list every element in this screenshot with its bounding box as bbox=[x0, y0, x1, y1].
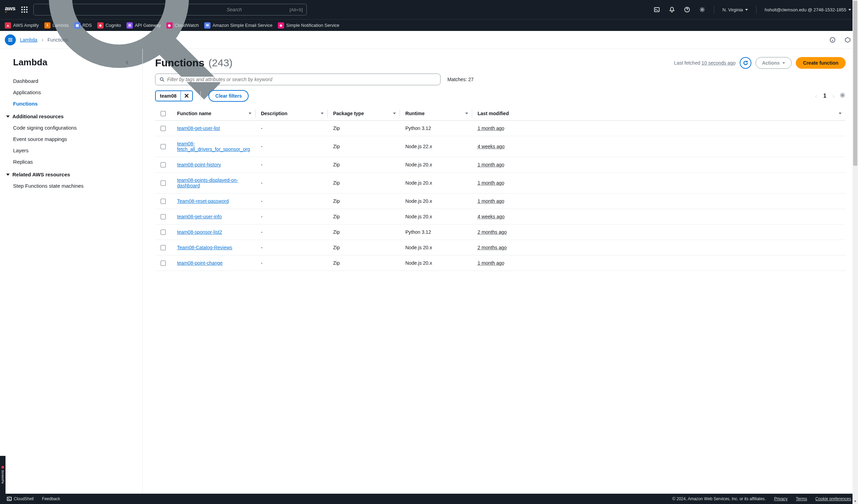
table-row: team08-point-history-ZipNode.js 20.x1 mo… bbox=[155, 157, 846, 173]
cell-description: - bbox=[256, 194, 328, 209]
filter-chip-remove[interactable]: ✕ bbox=[181, 91, 192, 101]
rds-icon: ▣ bbox=[74, 22, 80, 29]
row-checkbox[interactable] bbox=[161, 199, 166, 204]
function-name-link[interactable]: team08-get-user-list bbox=[177, 125, 220, 131]
function-name-link[interactable]: team08-point-history bbox=[177, 162, 221, 167]
col-last-modified[interactable]: Last modified bbox=[472, 107, 846, 121]
create-function-button[interactable]: Create function bbox=[796, 57, 846, 69]
fav-apigateway[interactable]: ⊞API Gateway bbox=[127, 22, 161, 29]
sort-icon[interactable] bbox=[249, 113, 251, 114]
svg-line-16 bbox=[163, 80, 164, 81]
row-checkbox[interactable] bbox=[161, 180, 166, 186]
col-description[interactable]: Description bbox=[256, 107, 328, 121]
account-selector[interactable]: hsholt@clemson.edu @ 2748-1532-1855 bbox=[763, 5, 853, 14]
function-name-link[interactable]: team08-sponsor-list2 bbox=[177, 229, 222, 235]
function-name-link[interactable]: Team08-Catalog-Reviews bbox=[177, 245, 232, 250]
sidebar-section-related[interactable]: Related AWS resources bbox=[6, 167, 132, 180]
cell-runtime: Node.js 22.x bbox=[400, 136, 472, 157]
info-icon[interactable] bbox=[827, 34, 838, 45]
fav-cloudwatch[interactable]: ◉CloudWatch bbox=[166, 22, 199, 29]
sidebar-item-step-functions[interactable]: Step Functions state machines bbox=[13, 180, 132, 191]
row-checkbox[interactable] bbox=[161, 214, 166, 219]
caret-down-icon bbox=[848, 9, 851, 11]
clear-filters-button[interactable]: Clear filters bbox=[208, 90, 249, 102]
table-settings-button[interactable] bbox=[839, 92, 846, 100]
col-runtime[interactable]: Runtime bbox=[400, 107, 472, 121]
ses-icon: ✉ bbox=[204, 22, 210, 29]
function-name-link[interactable]: team08-fetch_all_drivers_for_sponsor_org bbox=[177, 141, 250, 152]
cell-last-modified: 1 month ago bbox=[478, 180, 504, 186]
cell-description: - bbox=[256, 157, 328, 173]
search-icon bbox=[160, 77, 164, 82]
fav-cognito[interactable]: ◈Cognito bbox=[97, 22, 121, 29]
sidebar-title: Lambda bbox=[13, 57, 47, 68]
col-package-type[interactable]: Package type bbox=[328, 107, 400, 121]
triangle-down-icon bbox=[6, 174, 10, 176]
sidebar-item-functions[interactable]: Functions bbox=[13, 98, 132, 109]
actions-button[interactable]: Actions bbox=[756, 57, 792, 69]
function-name-link[interactable]: team08-get-user-info bbox=[177, 214, 222, 219]
global-search-input[interactable] bbox=[227, 7, 287, 12]
breadcrumb-service[interactable]: Lambda bbox=[20, 37, 37, 43]
browser-scrollbar[interactable]: ▲ ▼ bbox=[852, 0, 858, 494]
cell-package-type: Zip bbox=[328, 224, 400, 240]
sidebar-item-event-source[interactable]: Event source mappings bbox=[13, 133, 132, 145]
fav-amplify[interactable]: ▲AWS Amplify bbox=[5, 22, 39, 29]
hamburger-icon bbox=[8, 37, 13, 43]
row-checkbox[interactable] bbox=[161, 162, 166, 167]
fav-rds[interactable]: ▣RDS bbox=[74, 22, 92, 29]
sidebar-collapse-button[interactable] bbox=[122, 58, 132, 67]
sort-icon[interactable] bbox=[839, 113, 841, 114]
services-menu-icon[interactable] bbox=[20, 5, 29, 14]
fav-sns[interactable]: ◈Simple Notification Service bbox=[278, 22, 339, 29]
cloudshell-icon[interactable] bbox=[651, 4, 662, 15]
sidebar-item-code-signing[interactable]: Code signing configurations bbox=[13, 122, 132, 133]
settings-icon[interactable] bbox=[697, 4, 708, 15]
sidebar-item-dashboard[interactable]: Dashboard bbox=[13, 75, 132, 87]
scrollbar-thumb[interactable] bbox=[853, 1, 857, 166]
refresh-button[interactable] bbox=[740, 57, 751, 69]
cell-description: - bbox=[256, 173, 328, 194]
filter-input-wrapper[interactable] bbox=[155, 74, 441, 85]
notifications-icon[interactable] bbox=[666, 4, 677, 15]
chip-separator bbox=[200, 91, 201, 101]
sort-icon[interactable] bbox=[465, 113, 468, 114]
cell-runtime: Node.js 20.x bbox=[400, 157, 472, 173]
sort-icon[interactable] bbox=[393, 113, 396, 114]
cell-package-type: Zip bbox=[328, 240, 400, 255]
sort-icon[interactable] bbox=[321, 113, 324, 114]
function-name-link[interactable]: team08-point-change bbox=[177, 260, 222, 266]
pagination-prev[interactable]: ‹ bbox=[815, 92, 817, 100]
sidebar-section-additional[interactable]: Additional resources bbox=[6, 109, 132, 122]
pagination-next[interactable]: › bbox=[833, 92, 835, 100]
global-search[interactable]: [Alt+S] bbox=[33, 4, 307, 15]
sidebar-item-applications[interactable]: Applications bbox=[13, 87, 132, 98]
svg-rect-11 bbox=[654, 8, 659, 12]
function-name-link[interactable]: team08-points-displayed-on-dashboard bbox=[177, 177, 238, 188]
row-checkbox[interactable] bbox=[161, 144, 166, 149]
fav-ses[interactable]: ✉Amazon Simple Email Service bbox=[204, 22, 272, 29]
search-shortcut-hint: [Alt+S] bbox=[290, 7, 303, 12]
filter-chip: team08 ✕ bbox=[155, 90, 193, 101]
sidebar-item-layers[interactable]: Layers bbox=[13, 145, 132, 156]
function-name-link[interactable]: Team08-reset-password bbox=[177, 198, 229, 204]
aws-logo[interactable]: aws⌣ bbox=[5, 6, 15, 13]
region-selector[interactable]: N. Virginia bbox=[720, 5, 750, 14]
select-all-checkbox[interactable] bbox=[161, 111, 166, 116]
cell-last-modified: 4 weeks ago bbox=[478, 144, 505, 149]
breadcrumb-current: Functions bbox=[47, 37, 68, 43]
filter-input[interactable] bbox=[167, 77, 436, 82]
help-icon[interactable] bbox=[682, 4, 693, 15]
col-name[interactable]: Function name bbox=[172, 107, 256, 121]
row-checkbox[interactable] bbox=[161, 245, 166, 250]
cell-description: - bbox=[256, 255, 328, 271]
row-checkbox[interactable] bbox=[161, 230, 166, 235]
cell-runtime: Python 3.12 bbox=[400, 121, 472, 136]
row-checkbox[interactable] bbox=[161, 126, 166, 131]
matches-count: Matches: 27 bbox=[447, 77, 474, 82]
row-checkbox[interactable] bbox=[161, 261, 166, 266]
diagnostics-icon[interactable] bbox=[842, 34, 853, 45]
nav-toggle-button[interactable] bbox=[5, 34, 16, 45]
fav-lambda[interactable]: λLambda bbox=[44, 22, 69, 29]
sidebar-item-replicas[interactable]: Replicas bbox=[13, 156, 132, 167]
